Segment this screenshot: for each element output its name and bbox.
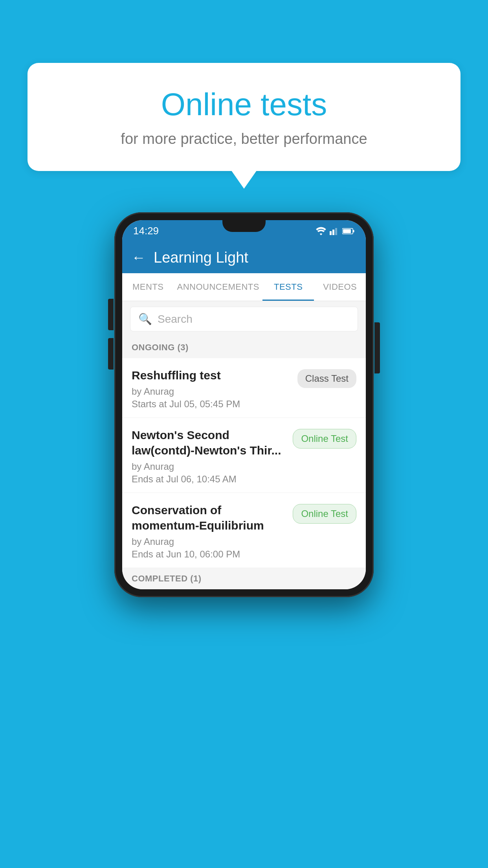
test-info-conservation: Conservation of momentum-Equilibrium by … — [132, 502, 293, 560]
test-time-reshuffling: Starts at Jul 05, 05:45 PM — [132, 399, 291, 410]
search-bar[interactable]: 🔍 Search — [130, 307, 358, 331]
test-name-newton: Newton's Second law(contd)-Newton's Thir… — [132, 427, 286, 458]
ongoing-section-header: ONGOING (3) — [122, 337, 366, 358]
app-header: ← Learning Light — [122, 242, 366, 273]
speech-bubble: Online tests for more practice, better p… — [28, 63, 460, 171]
test-by-reshuffling: by Anurag — [132, 386, 291, 397]
search-icon: 🔍 — [138, 313, 152, 326]
signal-icon — [330, 227, 339, 235]
test-by-conservation: by Anurag — [132, 536, 286, 547]
phone-screen: 14:29 — [122, 220, 366, 589]
tabs-bar: MENTS ANNOUNCEMENTS TESTS VIDEOS — [122, 273, 366, 301]
phone-outer: 14:29 — [114, 212, 374, 597]
tab-announcements[interactable]: ANNOUNCEMENTS — [174, 273, 262, 301]
test-time-newton: Ends at Jul 06, 10:45 AM — [132, 474, 286, 485]
tab-videos[interactable]: VIDEOS — [314, 273, 366, 301]
status-bar: 14:29 — [122, 220, 366, 242]
test-info-reshuffling: Reshuffling test by Anurag Starts at Jul… — [132, 368, 297, 410]
svg-rect-0 — [330, 231, 332, 235]
completed-label: COMPLETED (1) — [132, 574, 202, 583]
test-item-newton[interactable]: Newton's Second law(contd)-Newton's Thir… — [122, 418, 366, 493]
search-container: 🔍 Search — [122, 301, 366, 337]
wifi-icon — [316, 227, 327, 235]
svg-rect-4 — [353, 230, 354, 232]
test-item-reshuffling[interactable]: Reshuffling test by Anurag Starts at Jul… — [122, 358, 366, 418]
notch — [222, 220, 266, 232]
bubble-title: Online tests — [59, 86, 429, 123]
header-title: Learning Light — [154, 249, 248, 266]
test-by-newton: by Anurag — [132, 461, 286, 472]
test-badge-conservation: Online Test — [293, 504, 356, 524]
test-badge-newton: Online Test — [293, 429, 356, 449]
completed-section-header: COMPLETED (1) — [122, 568, 366, 589]
test-time-conservation: Ends at Jun 10, 06:00 PM — [132, 549, 286, 560]
status-time: 14:29 — [133, 225, 159, 237]
test-item-conservation[interactable]: Conservation of momentum-Equilibrium by … — [122, 493, 366, 568]
back-button[interactable]: ← — [132, 249, 146, 266]
phone-mockup: 14:29 — [114, 212, 374, 597]
svg-rect-1 — [332, 230, 334, 235]
tab-tests[interactable]: TESTS — [262, 273, 314, 301]
ongoing-label: ONGOING (3) — [132, 342, 189, 352]
battery-icon — [342, 227, 355, 235]
svg-rect-5 — [343, 229, 351, 233]
test-name-conservation: Conservation of momentum-Equilibrium — [132, 502, 286, 533]
promo-section: Online tests for more practice, better p… — [28, 63, 460, 171]
test-name-reshuffling: Reshuffling test — [132, 368, 291, 383]
svg-rect-2 — [335, 228, 337, 235]
status-icons — [316, 227, 355, 235]
search-placeholder: Search — [158, 313, 193, 326]
test-info-newton: Newton's Second law(contd)-Newton's Thir… — [132, 427, 293, 485]
test-badge-reshuffling: Class Test — [297, 369, 356, 388]
tab-assignments[interactable]: MENTS — [122, 273, 174, 301]
bubble-subtitle: for more practice, better performance — [59, 131, 429, 147]
